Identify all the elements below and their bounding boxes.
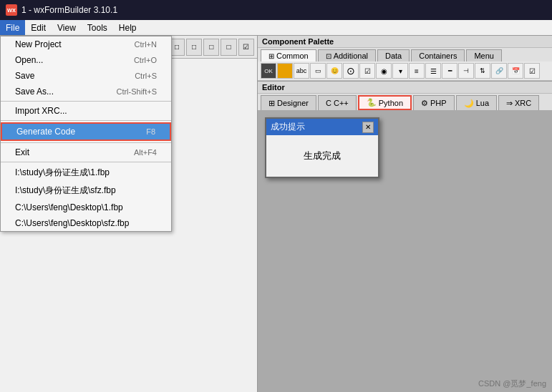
palette-icon-date[interactable]: 📅 [508, 63, 523, 79]
palette-icons: OK abc ▭ 😊 ⊙ ☑ ◉ ▾ ≡ ☰ ━ ⊣ ⇅ 🔗 📅 ☑ [258, 62, 552, 81]
right-panel: Component Palette ⊞ Common ⊡ Additional … [258, 36, 552, 392]
palette-icon-link[interactable]: 🔗 [491, 63, 507, 79]
dialog-title-bar: 成功提示 ✕ [266, 119, 378, 135]
palette-tabs: ⊞ Common ⊡ Additional Data Containers Me… [258, 48, 552, 62]
tab-php-label: PHP [430, 99, 447, 107]
separator-3 [1, 142, 171, 143]
menu-generate-code[interactable]: Generate Code F8 [1, 122, 171, 141]
tab-python-label: Python [379, 99, 403, 107]
palette-icon-text[interactable]: abc [294, 63, 309, 79]
menu-save[interactable]: Save Ctrl+S [1, 68, 171, 84]
app-icon: wx [6, 4, 17, 16]
dialog-message: 生成完成 [304, 150, 341, 161]
palette-icon-ok[interactable]: OK [261, 63, 276, 79]
separator-4 [1, 162, 171, 162]
menu-import-xrc[interactable]: Import XRC... [1, 103, 171, 119]
tab-data-label: Data [385, 52, 402, 60]
palette-icon-color[interactable] [277, 63, 293, 79]
recent-file-2[interactable]: I:\study\身份证生成\sfz.fbp [1, 182, 171, 200]
xrc-icon: ⇒ [506, 99, 513, 108]
tab-designer-label: Designer [277, 99, 309, 107]
editor-title: Editor [258, 82, 552, 94]
dialog-close-button[interactable]: ✕ [362, 122, 374, 133]
php-icon: ⚙ [421, 99, 428, 108]
menu-bar: File Edit View Tools Help New Project Ct… [0, 20, 552, 36]
palette-icon-spin[interactable]: ⇅ [475, 63, 490, 79]
palette-icon-emoji[interactable]: 😊 [326, 63, 342, 79]
tab-php[interactable]: ⚙ PHP [413, 95, 455, 110]
palette-icon-slider[interactable]: ⊣ [458, 63, 474, 79]
palette-icon-combo[interactable]: ▾ [392, 63, 408, 79]
editor-section: Editor ⊞ Designer C C++ 🐍 Python ⚙ PHP [258, 82, 552, 392]
tab-lua[interactable]: 🌙 Lua [456, 95, 497, 110]
menu-edit[interactable]: Edit [25, 20, 52, 35]
separator-2 [1, 120, 171, 121]
palette-icon-gauge[interactable]: ━ [442, 63, 457, 79]
file-dropdown: New Project Ctrl+N Open... Ctrl+O Save C… [0, 36, 172, 232]
tab-common[interactable]: ⊞ Common [261, 49, 316, 62]
common-tab-icon: ⊞ [268, 52, 274, 60]
palette-icon-check[interactable]: ☑ [359, 63, 375, 79]
menu-view[interactable]: View [52, 20, 82, 35]
menu-tools[interactable]: Tools [82, 20, 113, 35]
dialog-body: 生成完成 [266, 135, 378, 177]
tab-xrc[interactable]: ⇒ XRC [498, 95, 539, 110]
toolbar-btn-11[interactable]: □ [186, 39, 202, 56]
tab-containers[interactable]: Containers [411, 49, 465, 62]
editor-content: 成功提示 ✕ 生成完成 [258, 110, 552, 392]
tab-menu-label: Menu [474, 52, 494, 60]
menu-help[interactable]: Help [113, 20, 142, 35]
tab-common-label: Common [276, 52, 309, 60]
tab-cpp-label: C++ [334, 99, 349, 107]
tab-additional[interactable]: ⊡ Additional [318, 49, 376, 62]
lua-icon: 🌙 [464, 99, 474, 108]
dialog-popup: 成功提示 ✕ 生成完成 [265, 117, 379, 178]
editor-tabs: ⊞ Designer C C++ 🐍 Python ⚙ PHP 🌙 Lu [258, 94, 552, 110]
toolbar-btn-14[interactable]: ☑ [238, 39, 254, 56]
menu-new-project[interactable]: New Project Ctrl+N [1, 36, 171, 52]
additional-tab-icon: ⊡ [326, 52, 331, 60]
title-bar: wx 1 - wxFormBuilder 3.10.1 [0, 0, 552, 20]
tab-additional-label: Additional [334, 52, 368, 60]
menu-save-as[interactable]: Save As... Ctrl-Shift+S [1, 84, 171, 99]
palette-icon-check2[interactable]: ☑ [524, 63, 540, 79]
menu-file[interactable]: File [0, 20, 25, 35]
tab-cpp[interactable]: C C++ [318, 95, 357, 110]
recent-file-1[interactable]: I:\study\身份证生成\1.fbp [1, 164, 171, 182]
palette-icon-input[interactable]: ▭ [310, 63, 326, 79]
separator-1 [1, 101, 171, 102]
menu-exit[interactable]: Exit Alt+F4 [1, 144, 171, 160]
recent-file-4[interactable]: C:\Users\feng\Desktop\sfz.fbp [1, 215, 171, 231]
watermark: CSDN @觅梦_feng [478, 378, 546, 389]
app-title: 1 - wxFormBuilder 3.10.1 [21, 5, 117, 15]
tab-menu[interactable]: Menu [466, 49, 502, 62]
palette-icon-radio[interactable]: ◉ [376, 63, 392, 79]
toolbar-btn-12[interactable]: □ [203, 39, 219, 56]
tab-python[interactable]: 🐍 Python [358, 95, 412, 110]
tab-designer[interactable]: ⊞ Designer [261, 95, 316, 110]
palette-icon-circle[interactable]: ⊙ [343, 63, 359, 79]
palette-title: Component Palette [258, 36, 552, 48]
python-icon: 🐍 [367, 98, 377, 107]
palette-icon-list[interactable]: ≡ [409, 63, 425, 79]
menu-open[interactable]: Open... Ctrl+O [1, 52, 171, 68]
palette-icon-listbox[interactable]: ☰ [425, 63, 441, 79]
cpp-icon: C [326, 99, 331, 107]
component-palette: Component Palette ⊞ Common ⊡ Additional … [258, 36, 552, 82]
tab-lua-label: Lua [476, 99, 489, 107]
designer-icon: ⊞ [268, 99, 275, 108]
dialog-title-text: 成功提示 [271, 121, 305, 133]
tab-xrc-label: XRC [515, 99, 531, 107]
toolbar-btn-13[interactable]: □ [221, 39, 236, 56]
tab-containers-label: Containers [419, 52, 457, 60]
tab-data[interactable]: Data [377, 49, 410, 62]
recent-file-3[interactable]: C:\Users\feng\Desktop\1.fbp [1, 200, 171, 215]
